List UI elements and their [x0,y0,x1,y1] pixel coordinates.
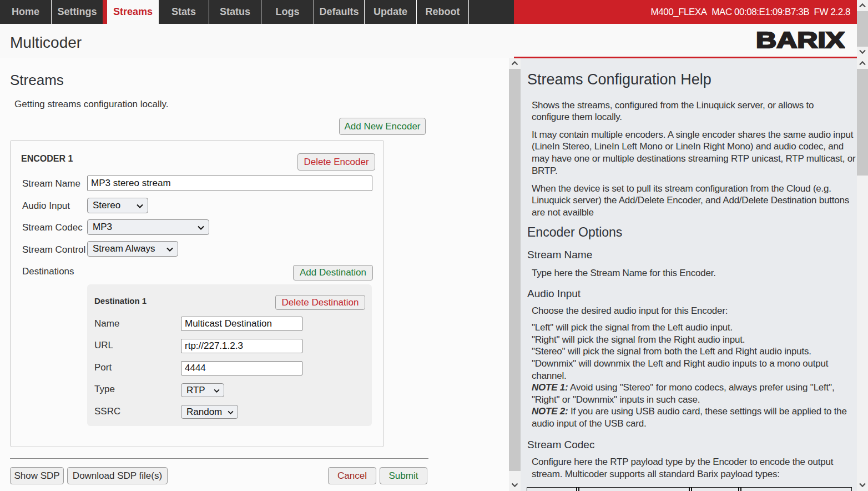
svg-text:BARIX: BARIX [756,29,845,52]
